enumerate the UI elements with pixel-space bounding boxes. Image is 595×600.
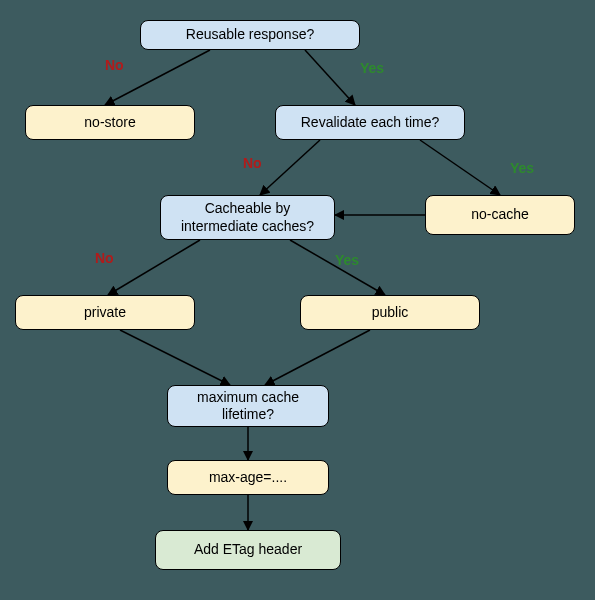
node-no-store: no-store [25,105,195,140]
node-text: public [372,304,409,322]
svg-line-2 [420,140,500,195]
svg-line-7 [120,330,230,385]
svg-line-0 [105,50,210,105]
node-max-age: max-age=.... [167,460,329,495]
edge-label-reusable-no: No [105,57,124,73]
node-text: Reusable response? [186,26,314,44]
node-no-cache: no-cache [425,195,575,235]
node-max-lifetime: maximum cache lifetime? [167,385,329,427]
edge-label-intermediate-yes: Yes [335,252,359,268]
node-cacheable-intermediate: Cacheable by intermediate caches? [160,195,335,240]
node-reusable-response: Reusable response? [140,20,360,50]
edge-label-reusable-yes: Yes [360,60,384,76]
node-text: no-cache [471,206,529,224]
svg-line-1 [305,50,355,105]
edge-label-intermediate-no: No [95,250,114,266]
svg-line-8 [265,330,370,385]
node-text: Revalidate each time? [301,114,440,132]
node-add-etag-header: Add ETag header [155,530,341,570]
node-text: Add ETag header [194,541,302,559]
node-revalidate-each-time: Revalidate each time? [275,105,465,140]
node-text: no-store [84,114,135,132]
edge-label-revalidate-yes: Yes [510,160,534,176]
svg-line-6 [290,240,385,295]
node-text: max-age=.... [209,469,287,487]
node-public: public [300,295,480,330]
node-text: maximum cache lifetime? [176,389,320,424]
node-text: Cacheable by intermediate caches? [169,200,326,235]
node-text: private [84,304,126,322]
svg-line-5 [108,240,200,295]
flowchart-stage: Reusable response? no-store Revalidate e… [0,0,595,600]
node-private: private [15,295,195,330]
edge-label-revalidate-no: No [243,155,262,171]
svg-line-3 [260,140,320,195]
